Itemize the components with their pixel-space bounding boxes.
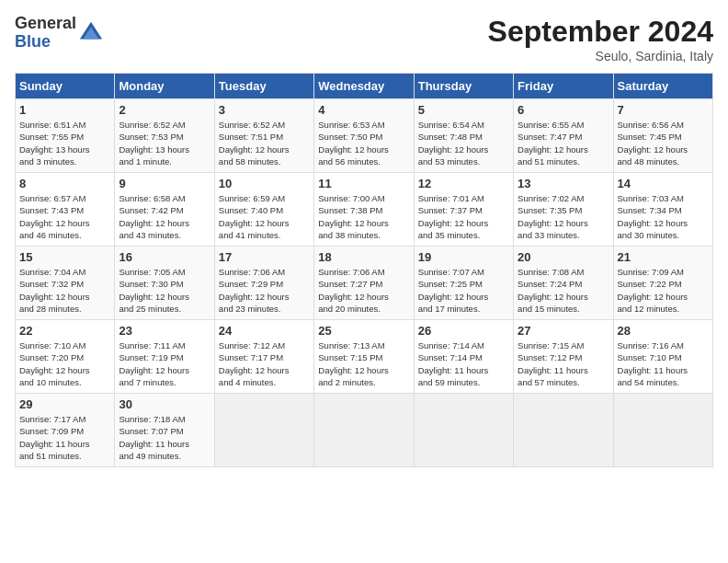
day-cell-22: 22Sunrise: 7:10 AM Sunset: 7:20 PM Dayli…: [16, 320, 115, 394]
day-info: Sunrise: 7:10 AM Sunset: 7:20 PM Dayligh…: [19, 339, 110, 388]
day-cell-6: 6Sunrise: 6:55 AM Sunset: 7:47 PM Daylig…: [514, 99, 613, 173]
day-info: Sunrise: 7:00 AM Sunset: 7:38 PM Dayligh…: [318, 192, 409, 241]
day-of-week-saturday: Saturday: [613, 74, 712, 99]
day-cell-5: 5Sunrise: 6:54 AM Sunset: 7:48 PM Daylig…: [414, 99, 513, 173]
day-number: 22: [19, 324, 110, 338]
day-cell-21: 21Sunrise: 7:09 AM Sunset: 7:22 PM Dayli…: [613, 247, 712, 320]
day-number: 29: [19, 397, 110, 411]
day-number: 2: [119, 103, 210, 117]
logo: General Blue: [15, 15, 104, 52]
day-cell-11: 11Sunrise: 7:00 AM Sunset: 7:38 PM Dayli…: [314, 173, 414, 247]
day-info: Sunrise: 7:07 AM Sunset: 7:25 PM Dayligh…: [418, 266, 509, 315]
day-number: 11: [318, 177, 409, 190]
calendar-header: SundayMondayTuesdayWednesdayThursdayFrid…: [16, 74, 713, 99]
day-info: Sunrise: 6:58 AM Sunset: 7:42 PM Dayligh…: [119, 192, 210, 241]
day-info: Sunrise: 7:04 AM Sunset: 7:32 PM Dayligh…: [19, 266, 110, 315]
calendar-week-2: 8Sunrise: 6:57 AM Sunset: 7:43 PM Daylig…: [16, 173, 713, 247]
calendar-week-1: 1Sunrise: 6:51 AM Sunset: 7:55 PM Daylig…: [16, 99, 713, 173]
day-info: Sunrise: 7:14 AM Sunset: 7:14 PM Dayligh…: [418, 339, 509, 388]
day-number: 10: [219, 177, 310, 190]
day-cell-8: 8Sunrise: 6:57 AM Sunset: 7:43 PM Daylig…: [16, 173, 115, 247]
empty-day-cell: [314, 394, 414, 467]
day-number: 8: [19, 177, 110, 190]
day-cell-24: 24Sunrise: 7:12 AM Sunset: 7:17 PM Dayli…: [214, 320, 313, 394]
day-of-week-tuesday: Tuesday: [214, 74, 313, 99]
logo-icon: [78, 20, 104, 46]
day-cell-2: 2Sunrise: 6:52 AM Sunset: 7:53 PM Daylig…: [115, 99, 214, 173]
logo-general-text: General: [15, 15, 76, 33]
day-info: Sunrise: 7:18 AM Sunset: 7:07 PM Dayligh…: [119, 413, 210, 462]
day-number: 27: [518, 324, 609, 338]
day-info: Sunrise: 6:56 AM Sunset: 7:45 PM Dayligh…: [618, 119, 709, 167]
day-cell-16: 16Sunrise: 7:05 AM Sunset: 7:30 PM Dayli…: [115, 247, 214, 320]
day-info: Sunrise: 7:16 AM Sunset: 7:10 PM Dayligh…: [618, 339, 709, 388]
day-cell-3: 3Sunrise: 6:52 AM Sunset: 7:51 PM Daylig…: [214, 99, 313, 173]
logo-blue-text: Blue: [15, 33, 76, 52]
day-number: 9: [119, 177, 210, 190]
day-cell-1: 1Sunrise: 6:51 AM Sunset: 7:55 PM Daylig…: [16, 99, 115, 173]
day-of-week-monday: Monday: [115, 74, 214, 99]
day-number: 20: [518, 250, 609, 264]
empty-day-cell: [414, 394, 513, 467]
day-info: Sunrise: 7:15 AM Sunset: 7:12 PM Dayligh…: [518, 339, 609, 388]
day-number: 25: [318, 324, 409, 338]
day-cell-7: 7Sunrise: 6:56 AM Sunset: 7:45 PM Daylig…: [613, 99, 712, 173]
day-cell-15: 15Sunrise: 7:04 AM Sunset: 7:32 PM Dayli…: [16, 247, 115, 320]
day-info: Sunrise: 7:13 AM Sunset: 7:15 PM Dayligh…: [318, 339, 409, 388]
calendar-table: SundayMondayTuesdayWednesdayThursdayFrid…: [15, 73, 713, 467]
day-number: 3: [219, 103, 310, 117]
calendar-week-3: 15Sunrise: 7:04 AM Sunset: 7:32 PM Dayli…: [16, 247, 713, 320]
day-info: Sunrise: 6:53 AM Sunset: 7:50 PM Dayligh…: [318, 119, 409, 167]
calendar-week-5: 29Sunrise: 7:17 AM Sunset: 7:09 PM Dayli…: [16, 394, 713, 467]
day-number: 28: [618, 324, 709, 338]
day-info: Sunrise: 7:05 AM Sunset: 7:30 PM Dayligh…: [119, 266, 210, 315]
day-of-week-friday: Friday: [514, 74, 613, 99]
title-block: September 2024 Seulo, Sardinia, Italy: [488, 15, 713, 63]
day-of-week-thursday: Thursday: [414, 74, 513, 99]
day-cell-26: 26Sunrise: 7:14 AM Sunset: 7:14 PM Dayli…: [414, 320, 513, 394]
day-number: 7: [618, 103, 709, 117]
day-cell-28: 28Sunrise: 7:16 AM Sunset: 7:10 PM Dayli…: [613, 320, 712, 394]
day-cell-30: 30Sunrise: 7:18 AM Sunset: 7:07 PM Dayli…: [115, 394, 214, 467]
day-cell-27: 27Sunrise: 7:15 AM Sunset: 7:12 PM Dayli…: [514, 320, 613, 394]
day-number: 19: [418, 250, 509, 264]
day-cell-4: 4Sunrise: 6:53 AM Sunset: 7:50 PM Daylig…: [314, 99, 414, 173]
day-number: 15: [19, 250, 110, 264]
day-info: Sunrise: 6:54 AM Sunset: 7:48 PM Dayligh…: [418, 119, 509, 167]
day-number: 18: [318, 250, 409, 264]
day-cell-25: 25Sunrise: 7:13 AM Sunset: 7:15 PM Dayli…: [314, 320, 414, 394]
day-cell-20: 20Sunrise: 7:08 AM Sunset: 7:24 PM Dayli…: [514, 247, 613, 320]
day-cell-17: 17Sunrise: 7:06 AM Sunset: 7:29 PM Dayli…: [214, 247, 313, 320]
day-number: 12: [418, 177, 509, 190]
day-cell-29: 29Sunrise: 7:17 AM Sunset: 7:09 PM Dayli…: [16, 394, 115, 467]
day-of-week-sunday: Sunday: [16, 74, 115, 99]
day-cell-14: 14Sunrise: 7:03 AM Sunset: 7:34 PM Dayli…: [613, 173, 712, 247]
day-info: Sunrise: 7:12 AM Sunset: 7:17 PM Dayligh…: [219, 339, 310, 388]
day-number: 6: [518, 103, 609, 117]
day-number: 26: [418, 324, 509, 338]
day-info: Sunrise: 7:06 AM Sunset: 7:29 PM Dayligh…: [219, 266, 310, 315]
month-title: September 2024: [488, 15, 713, 49]
day-number: 5: [418, 103, 509, 117]
day-info: Sunrise: 7:06 AM Sunset: 7:27 PM Dayligh…: [318, 266, 409, 315]
day-cell-19: 19Sunrise: 7:07 AM Sunset: 7:25 PM Dayli…: [414, 247, 513, 320]
day-info: Sunrise: 6:52 AM Sunset: 7:51 PM Dayligh…: [219, 119, 310, 167]
calendar-body: 1Sunrise: 6:51 AM Sunset: 7:55 PM Daylig…: [16, 99, 713, 467]
day-info: Sunrise: 7:02 AM Sunset: 7:35 PM Dayligh…: [518, 192, 609, 241]
day-info: Sunrise: 7:11 AM Sunset: 7:19 PM Dayligh…: [119, 339, 210, 388]
day-number: 17: [219, 250, 310, 264]
page-header: General Blue September 2024 Seulo, Sardi…: [15, 15, 713, 63]
calendar-week-4: 22Sunrise: 7:10 AM Sunset: 7:20 PM Dayli…: [16, 320, 713, 394]
day-number: 1: [19, 103, 110, 117]
day-info: Sunrise: 7:09 AM Sunset: 7:22 PM Dayligh…: [618, 266, 709, 315]
day-number: 4: [318, 103, 409, 117]
day-info: Sunrise: 6:52 AM Sunset: 7:53 PM Dayligh…: [119, 119, 210, 167]
day-cell-12: 12Sunrise: 7:01 AM Sunset: 7:37 PM Dayli…: [414, 173, 513, 247]
day-number: 21: [618, 250, 709, 264]
day-cell-18: 18Sunrise: 7:06 AM Sunset: 7:27 PM Dayli…: [314, 247, 414, 320]
day-cell-9: 9Sunrise: 6:58 AM Sunset: 7:42 PM Daylig…: [115, 173, 214, 247]
day-info: Sunrise: 7:17 AM Sunset: 7:09 PM Dayligh…: [19, 413, 110, 462]
day-number: 23: [119, 324, 210, 338]
day-number: 24: [219, 324, 310, 338]
day-info: Sunrise: 7:03 AM Sunset: 7:34 PM Dayligh…: [618, 192, 709, 241]
